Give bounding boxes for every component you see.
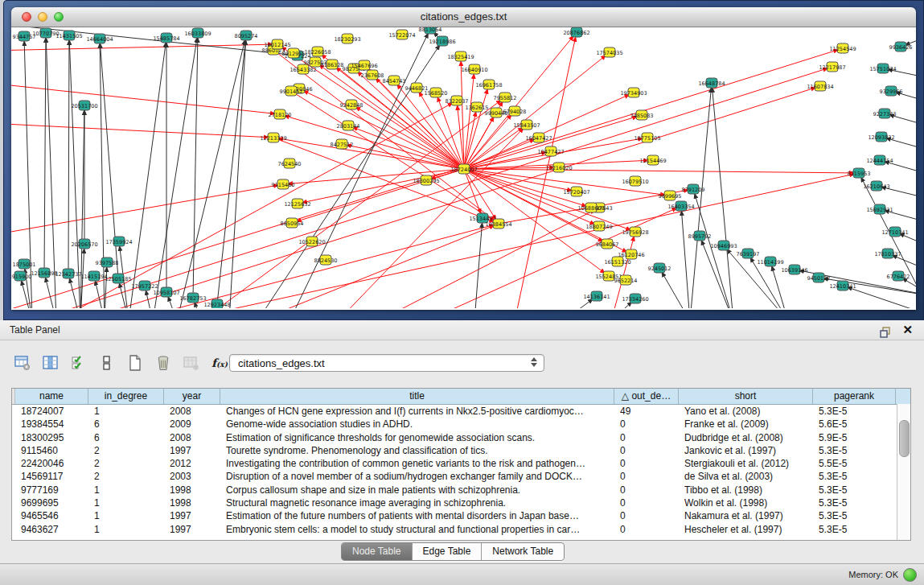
citation-edge-red[interactable] xyxy=(80,86,820,308)
table-cell[interactable]: 6 xyxy=(88,418,164,431)
close-window-button[interactable] xyxy=(22,12,31,22)
window-titlebar[interactable]: citations_edges.txt xyxy=(11,7,916,27)
citation-edge-red[interactable] xyxy=(273,138,499,224)
table-cell[interactable]: 2 xyxy=(88,470,164,483)
table-cell[interactable]: 18300295 xyxy=(15,431,88,444)
table-cell[interactable]: Nakamura et al. (1997) xyxy=(679,509,813,522)
table-cell[interactable]: 1998 xyxy=(164,484,220,496)
table-cell[interactable]: Investigating the contribution of common… xyxy=(220,457,614,470)
citation-edge-red[interactable] xyxy=(464,107,477,169)
select-all-icon[interactable] xyxy=(69,353,88,373)
table-cell[interactable]: 9463627 xyxy=(15,523,88,536)
citation-edge-black[interactable] xyxy=(217,35,246,304)
table-cell[interactable]: Estimation of the future numbers of pati… xyxy=(220,509,614,522)
table-cell[interactable]: 2 xyxy=(88,444,164,457)
table-cell[interactable]: 5.3E-5 xyxy=(813,484,896,496)
citation-edge-black[interactable] xyxy=(46,33,56,308)
function-builder-icon[interactable]: f(x) xyxy=(210,353,229,373)
citation-edge-red[interactable] xyxy=(273,138,464,169)
table-cell[interactable]: Dudbridge et al. (2008) xyxy=(679,431,813,444)
table-cell[interactable]: 1998 xyxy=(164,496,220,509)
citation-network-graph[interactable]: 9344757107707901143150514664004154857841… xyxy=(11,27,916,308)
table-cell[interactable]: 5.3E-5 xyxy=(813,470,896,483)
column-header-out_de[interactable]: △ out_de… xyxy=(614,389,679,404)
citation-edge-black[interactable] xyxy=(105,262,107,308)
tab-edge-table[interactable]: Edge Table xyxy=(413,543,483,560)
column-visibility-icon[interactable] xyxy=(41,353,60,373)
table-cell[interactable]: 1997 xyxy=(164,509,220,522)
column-header-year[interactable]: year xyxy=(164,389,220,404)
tab-network-table[interactable]: Network Table xyxy=(482,543,564,560)
table-cell[interactable]: 1 xyxy=(88,496,164,509)
new-table-icon[interactable] xyxy=(125,353,145,373)
citation-edge-black[interactable] xyxy=(69,35,80,308)
table-row[interactable]: 1830029562008Estimation of significance … xyxy=(12,431,897,444)
column-header-in_degree[interactable]: in_degree xyxy=(88,389,164,404)
table-cell[interactable]: 0 xyxy=(614,509,679,522)
citation-edge-red[interactable] xyxy=(280,114,464,169)
table-cell[interactable]: de Silva et al. (2003) xyxy=(679,470,813,483)
table-cell[interactable]: Corpus callosum shape and size in male p… xyxy=(220,484,614,496)
citation-edge-black[interactable] xyxy=(681,206,690,308)
table-cell[interactable]: 18724007 xyxy=(15,405,88,418)
table-cell[interactable]: 19384554 xyxy=(15,418,88,431)
column-header-name[interactable]: name xyxy=(15,389,88,404)
citation-edge-red[interactable] xyxy=(464,93,634,169)
table-cell[interactable]: 1997 xyxy=(164,444,220,457)
table-cell[interactable]: 2009 xyxy=(164,418,220,431)
table-cell[interactable]: 9465546 xyxy=(15,509,88,522)
delete-table-icon[interactable] xyxy=(154,353,173,373)
citation-edge-red[interactable] xyxy=(338,125,527,308)
scrollbar-thumb[interactable] xyxy=(899,420,910,457)
table-cell[interactable]: 2008 xyxy=(164,431,220,444)
row-height-icon[interactable] xyxy=(97,353,117,373)
table-cell[interactable]: 5.3E-5 xyxy=(813,496,896,509)
float-panel-icon[interactable] xyxy=(880,324,892,336)
table-row[interactable]: 1938455462009Genome-wide association stu… xyxy=(12,418,897,431)
table-cell[interactable]: 5.6E-5 xyxy=(813,418,896,431)
table-cell[interactable]: Changes of HCN gene expression and I(f) … xyxy=(220,405,614,418)
table-cell[interactable]: 0 xyxy=(614,457,679,470)
minimize-window-button[interactable] xyxy=(38,12,47,22)
column-header-short[interactable]: short xyxy=(679,389,813,404)
column-header-title[interactable]: title xyxy=(220,389,614,404)
table-cell[interactable]: 5.3E-5 xyxy=(813,444,896,457)
column-header-pagerank[interactable]: pagerank xyxy=(813,389,896,404)
vertical-scrollbar[interactable] xyxy=(897,404,910,540)
table-cell[interactable]: 14569117 xyxy=(15,470,88,483)
table-cell[interactable]: 0 xyxy=(614,431,679,444)
table-cell[interactable]: 2003 xyxy=(164,470,220,483)
table-cell[interactable]: 0 xyxy=(614,418,679,431)
citation-edge-black[interactable] xyxy=(257,41,442,308)
table-cell[interactable]: 2012 xyxy=(164,457,220,470)
citation-edge-red[interactable] xyxy=(11,44,277,51)
citation-edge-black[interactable] xyxy=(690,83,712,308)
table-row[interactable]: 969969511998Structural magnetic resonanc… xyxy=(12,496,897,509)
citation-edge-black[interactable] xyxy=(153,33,198,308)
table-cell[interactable]: 0 xyxy=(614,523,679,536)
network-canvas[interactable]: 9344757107707901143150514664004154857841… xyxy=(11,27,916,310)
table-cell[interactable]: 5.3E-5 xyxy=(813,509,896,522)
citation-edge-red[interactable] xyxy=(11,123,273,138)
table-row[interactable]: 946554611997Estimation of the future num… xyxy=(12,509,897,522)
table-cell[interactable]: 5.3E-5 xyxy=(813,405,896,418)
table-cell[interactable]: 9777169 xyxy=(15,484,88,496)
table-cell[interactable]: 5.3E-5 xyxy=(813,523,896,536)
table-cell[interactable]: 0 xyxy=(614,444,679,457)
zoom-window-button[interactable] xyxy=(54,12,64,22)
import-table-icon[interactable] xyxy=(182,353,201,373)
table-cell[interactable]: Wolkin et al. (1998) xyxy=(679,496,813,509)
table-cell[interactable]: Disruption of a novel member of a sodium… xyxy=(220,470,614,483)
table-cell[interactable]: Structural magnetic resonance image aver… xyxy=(220,496,614,509)
citation-edge-black[interactable] xyxy=(68,35,69,274)
table-cell[interactable]: Yano et al. (2008) xyxy=(679,405,813,418)
table-cell[interactable]: Tourette syndrome. Phenomenology and cla… xyxy=(220,444,614,457)
table-cell[interactable]: 9115460 xyxy=(15,444,88,457)
table-cell[interactable]: 1 xyxy=(88,523,164,536)
table-cell[interactable]: 6 xyxy=(88,431,164,444)
table-cell[interactable]: Genome-wide association studies in ADHD. xyxy=(220,418,614,431)
table-cell[interactable]: Estimation of significance thresholds fo… xyxy=(220,431,614,444)
citation-edge-red[interactable] xyxy=(464,169,859,173)
table-cell[interactable]: Stergiakouli et al. (2012) xyxy=(679,457,813,470)
table-cell[interactable]: Franke et al. (2009) xyxy=(679,418,813,431)
